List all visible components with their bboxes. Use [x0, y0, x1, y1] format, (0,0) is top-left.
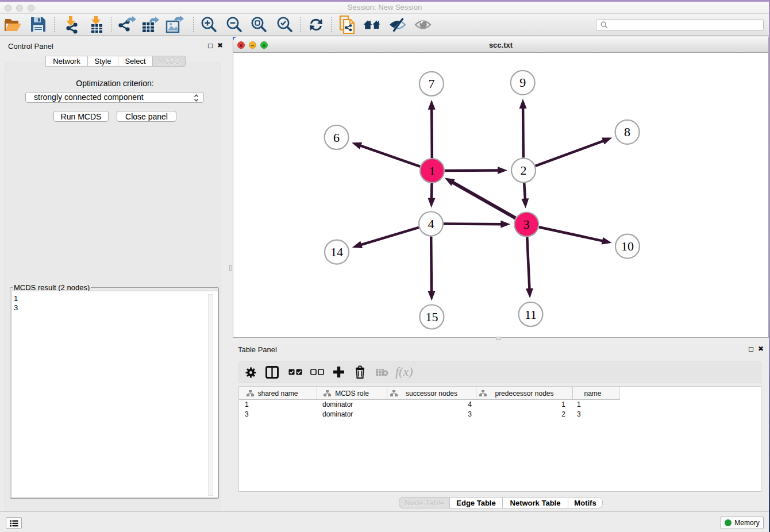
svg-text:2: 2: [521, 163, 527, 178]
svg-text:10: 10: [621, 239, 634, 253]
svg-text:1: 1: [429, 164, 436, 178]
svg-text:11: 11: [525, 307, 537, 322]
svg-text:6: 6: [333, 130, 340, 145]
svg-text:9: 9: [519, 75, 526, 90]
svg-text:14: 14: [330, 245, 343, 259]
svg-text:15: 15: [425, 310, 438, 324]
svg-text:4: 4: [428, 217, 434, 231]
svg-text:3: 3: [523, 217, 530, 232]
svg-text:7: 7: [428, 76, 434, 91]
svg-text:8: 8: [624, 125, 630, 139]
